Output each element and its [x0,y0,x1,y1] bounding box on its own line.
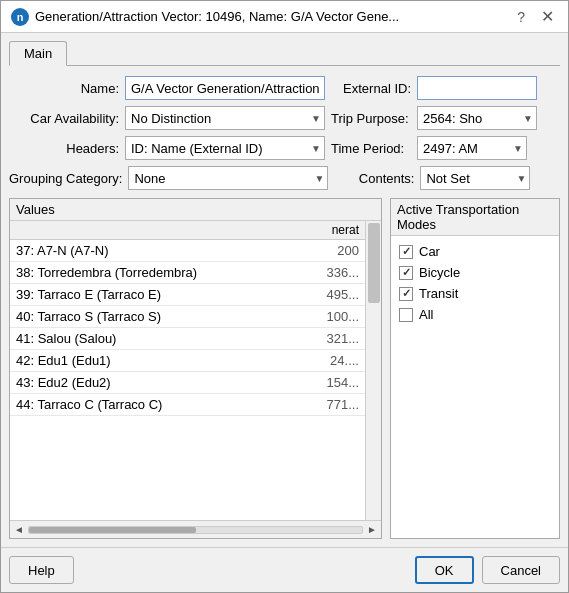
table-row[interactable]: 43: Edu2 (Edu2)154... [10,372,381,394]
dialog-footer: Help OK Cancel [1,547,568,592]
row-value: 100... [310,306,365,328]
transport-label: All [419,307,433,322]
row-name: 39: Tarraco E (Tarraco E) [10,284,310,306]
contents-wrapper: Not Set ▼ [420,166,530,190]
transport-panel: Active Transportation Modes Car Bicycle … [390,198,560,539]
row-name: 42: Edu1 (Edu1) [10,350,310,372]
form-row-car: Car Availability: No Distinction With Ca… [9,106,560,130]
car-avail-label: Car Availability: [9,111,119,126]
trip-purpose-select[interactable]: 2564: Sho [417,106,537,130]
row-value: 154... [310,372,365,394]
scroll-left-icon[interactable]: ◄ [12,524,26,535]
dialog-title: Generation/Attraction Vector: 10496, Nam… [35,9,505,24]
transport-item[interactable]: Bicycle [399,265,551,280]
row-value: 771... [310,394,365,416]
form-row-name: Name: External ID: [9,76,560,100]
grouping-label: Grouping Category: [9,171,122,186]
dialog-body: Main Name: External ID: Car Availability… [1,33,568,547]
transport-title: Active Transportation Modes [391,199,559,236]
external-id-label: External ID: [331,81,411,96]
horizontal-scrollbar[interactable]: ◄ ► [10,520,381,538]
car-avail-select[interactable]: No Distinction With Car Without Car [125,106,325,130]
transport-item[interactable]: Transit [399,286,551,301]
values-title: Values [10,199,381,221]
row-value: 321... [310,328,365,350]
row-name: 41: Salou (Salou) [10,328,310,350]
external-id-input[interactable] [417,76,537,100]
vertical-scrollbar[interactable] [365,221,381,520]
col-name-header [10,221,310,240]
col-val-header: nerat [310,221,365,240]
row-value: 336... [310,262,365,284]
grouping-wrapper: None ▼ [128,166,328,190]
transport-checkbox[interactable] [399,245,413,259]
scroll-track[interactable] [28,526,363,534]
main-content: Values nerat 37: A7-N (A7-N)20038: Torre… [9,198,560,539]
table-row[interactable]: 37: A7-N (A7-N)200 [10,240,381,262]
dialog: n Generation/Attraction Vector: 10496, N… [0,0,569,593]
time-period-wrapper: 2497: AM ▼ [417,136,527,160]
form-row-headers: Headers: ID: Name (External ID) ID: Name… [9,136,560,160]
row-value: 495... [310,284,365,306]
table-row[interactable]: 38: Torredembra (Torredembra)336... [10,262,381,284]
table-row[interactable]: 44: Tarraco C (Tarraco C)771... [10,394,381,416]
footer-right: OK Cancel [415,556,560,584]
trip-purpose-label: Trip Purpose: [331,111,411,126]
row-value: 200 [310,240,365,262]
cancel-button[interactable]: Cancel [482,556,560,584]
transport-items: Car Bicycle Transit All [391,236,559,330]
form-section: Name: External ID: Car Availability: No … [9,76,560,190]
help-icon[interactable]: ? [511,9,531,25]
transport-checkbox[interactable] [399,287,413,301]
transport-label: Car [419,244,440,259]
row-name: 37: A7-N (A7-N) [10,240,310,262]
row-value: 24.... [310,350,365,372]
headers-label: Headers: [9,141,119,156]
tab-main[interactable]: Main [9,41,67,66]
row-name: 43: Edu2 (Edu2) [10,372,310,394]
scrollbar-thumb[interactable] [368,223,380,303]
grouping-select[interactable]: None [128,166,328,190]
help-button[interactable]: Help [9,556,74,584]
values-table-wrap[interactable]: nerat 37: A7-N (A7-N)20038: Torredembra … [10,221,381,520]
row-name: 38: Torredembra (Torredembra) [10,262,310,284]
trip-purpose-wrapper: 2564: Sho ▼ [417,106,537,130]
transport-checkbox[interactable] [399,308,413,322]
row-name: 40: Tarraco S (Tarraco S) [10,306,310,328]
tab-bar: Main [9,41,560,66]
name-input[interactable] [125,76,325,100]
table-row[interactable]: 40: Tarraco S (Tarraco S)100... [10,306,381,328]
transport-item[interactable]: Car [399,244,551,259]
time-period-label: Time Period: [331,141,411,156]
transport-label: Bicycle [419,265,460,280]
close-icon[interactable]: ✕ [537,7,558,26]
form-row-grouping: Grouping Category: None ▼ Contents: Not … [9,166,560,190]
row-name: 44: Tarraco C (Tarraco C) [10,394,310,416]
time-period-select[interactable]: 2497: AM [417,136,527,160]
transport-checkbox[interactable] [399,266,413,280]
table-row[interactable]: 39: Tarraco E (Tarraco E)495... [10,284,381,306]
transport-label: Transit [419,286,458,301]
table-row[interactable]: 42: Edu1 (Edu1)24.... [10,350,381,372]
title-bar: n Generation/Attraction Vector: 10496, N… [1,1,568,33]
name-label: Name: [9,81,119,96]
app-icon: n [11,8,29,26]
scroll-track-thumb [29,527,196,533]
table-row[interactable]: 41: Salou (Salou)321... [10,328,381,350]
values-table: nerat 37: A7-N (A7-N)20038: Torredembra … [10,221,381,416]
ok-button[interactable]: OK [415,556,474,584]
headers-select[interactable]: ID: Name (External ID) ID: Name Name [125,136,325,160]
headers-wrapper: ID: Name (External ID) ID: Name Name ▼ [125,136,325,160]
car-avail-wrapper: No Distinction With Car Without Car ▼ [125,106,325,130]
contents-select[interactable]: Not Set [420,166,530,190]
contents-label: Contents: [334,171,414,186]
scroll-right-icon[interactable]: ► [365,524,379,535]
transport-item[interactable]: All [399,307,551,322]
values-panel: Values nerat 37: A7-N (A7-N)20038: Torre… [9,198,382,539]
